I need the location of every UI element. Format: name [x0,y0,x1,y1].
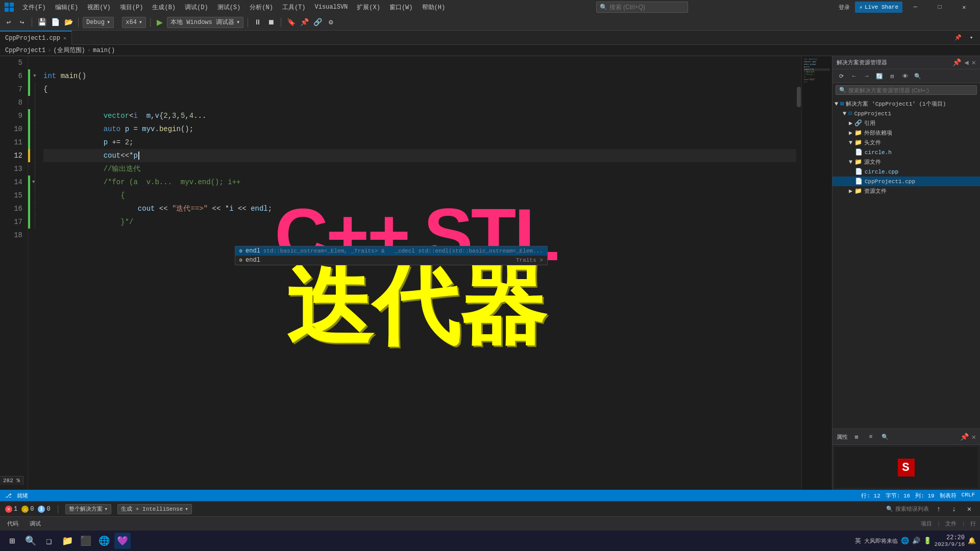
se-show-all-button[interactable]: 👁 [899,70,911,82]
properties-search-icon[interactable]: 🔍 [879,431,891,442]
properties-grid-icon[interactable]: ⊞ [851,431,862,442]
zoom-level[interactable]: 282 % [0,476,23,485]
menu-window[interactable]: 窗口(W) [385,2,417,13]
taskbar-search[interactable]: 🔍 [22,533,39,549]
breadcrumb-project[interactable]: CppProject1 [5,47,45,54]
menu-build[interactable]: 生成(B) [148,2,180,13]
project-node[interactable]: ▼ ⊡ CppProject1 [832,109,980,118]
menu-help[interactable]: 帮助(H) [418,2,450,13]
error-search-box[interactable]: 🔍 搜索错误列表 [886,505,929,513]
breadcrumb-method[interactable]: main() [93,47,115,54]
properties-list-icon[interactable]: ≡ [865,431,876,442]
build-scope-dropdown[interactable]: 整个解决方案 ▾ [65,504,112,514]
minimize-button[interactable]: ─ [903,0,927,14]
se-back-button[interactable]: ← [848,70,860,82]
toolbar-btn4[interactable]: 📌 [299,17,310,28]
close-button[interactable]: ✕ [952,0,976,14]
error-up-button[interactable]: ↑ [933,504,944,515]
new-button[interactable]: 📄 [50,17,61,28]
code-line-11: p += 2; [43,136,796,149]
se-collapse-button[interactable]: ⊟ [887,70,898,82]
platform-dropdown[interactable]: x64 ▾ [122,17,146,28]
run-label-dropdown[interactable]: 本地 Windows 调试器 ▾ [167,17,243,28]
tree-circle-h[interactable]: 📄 circle.h [832,147,980,157]
liveshare-button[interactable]: ⚡ Live Share [855,2,902,13]
run-button[interactable]: ▶ [155,16,165,29]
code-tab[interactable]: 代码 [4,519,21,529]
error-down-button[interactable]: ↓ [948,504,960,515]
tab-close-icon[interactable]: ✕ [63,35,66,41]
autocomplete-item-endl[interactable]: ⚙ endl std::basic_ostream<_Elem, _Traits… [235,246,547,256]
circle-h-label: circle.h [865,149,892,156]
se-sync-button[interactable]: ⟳ [836,70,847,82]
code-content[interactable]: int main() { vector<i m,v{2,3,5,4... aut… [38,56,796,490]
redo-button[interactable]: ↪ [16,17,28,28]
menu-test[interactable]: 测试(S) [213,2,245,13]
debug-tab[interactable]: 调试 [27,519,44,529]
login-button[interactable]: 登录 [835,2,854,13]
undo-button[interactable]: ↩ [3,17,14,28]
build-type-dropdown[interactable]: 生成 + IntelliSense ▾ [117,504,192,514]
taskbar-vs[interactable]: 💜 [114,533,131,549]
properties-close-button[interactable]: ✕ [972,433,976,441]
toolbar-btn1[interactable]: ⏸ [252,17,263,28]
taskbar-terminal[interactable]: ⬛ [78,533,94,549]
code-line-7: { [43,83,796,96]
taskbar-edge[interactable]: 🌐 [96,533,112,549]
panel-pin-button[interactable]: 📌 [952,58,961,67]
toolbar-btn6[interactable]: ⚙ [325,17,336,28]
chevron-down-icon: ▾ [139,18,142,26]
save-button[interactable]: 💾 [36,17,47,28]
menu-project[interactable]: 项目(P) [116,2,148,13]
menu-analyze[interactable]: 分析(N) [246,2,277,13]
tree-source-files[interactable]: ▼ 📁 源文件 [832,157,980,167]
se-refresh-button[interactable]: 🔄 [874,70,885,82]
tree-header-files[interactable]: ▼ 📁 头文件 [832,138,980,147]
tab-options-button[interactable]: ▾ [966,32,977,43]
collapse-line6-icon[interactable]: ▼ [33,73,36,79]
taskbar-start[interactable]: ⊞ [4,533,20,549]
taskbar-taskview[interactable]: ❑ [41,533,57,549]
global-search-input[interactable] [609,4,681,11]
taskbar-explorer[interactable]: 📁 [59,533,76,549]
toolbar-btn3[interactable]: 🔖 [285,17,297,28]
pin-button[interactable]: 📌 [952,32,964,43]
vertical-scrollbar[interactable] [796,56,801,490]
tree-cppproject1-cpp[interactable]: 📄 CppProject1.cpp [832,177,980,186]
maximize-button[interactable]: □ [928,0,951,14]
toolbar-btn5[interactable]: 🔗 [312,17,323,28]
scrollbar-thumb[interactable] [797,87,801,107]
debug-config-dropdown[interactable]: Debug ▾ [83,17,114,28]
menu-tools[interactable]: 工具(T) [278,2,310,13]
menu-edit[interactable]: 编辑(E) [51,2,83,13]
open-button[interactable]: 📂 [63,17,74,28]
minimap: int main(){ vector myv auto p=myv p+=2; … [801,56,832,490]
solution-root[interactable]: ▼ ⊞ 解决方案 'CppProject1' (1个项目) [832,99,980,109]
panel-arrow-button[interactable]: ◀ [964,58,968,67]
menu-view[interactable]: 视图(V) [83,2,115,13]
se-forward-button[interactable]: → [861,70,872,82]
breadcrumb-scope[interactable]: (全局范围) [53,46,85,55]
toolbar-sep4 [248,18,248,27]
tree-external-deps[interactable]: ▶ 📁 外部依赖项 [832,128,980,138]
se-filter-button[interactable]: 🔍 [912,70,923,82]
error-close-button[interactable]: ✕ [964,504,975,515]
autocomplete-item-endl2[interactable]: ⚙ endl Traits > [235,256,547,265]
se-search-input[interactable] [848,87,973,93]
code-editor[interactable]: 5 6 7 8 9 10 11 12 13 14 15 16 17 18 [0,56,832,490]
menu-visualsvn[interactable]: VisualSVN [310,3,352,12]
code-line-10: auto p = myv.begin(); [43,122,796,136]
tab-cppproject1[interactable]: CppProject1.cpp ✕ [0,31,72,45]
tree-references[interactable]: ▶ 🔗 引用 [832,118,980,128]
autocomplete-popup[interactable]: ⚙ endl std::basic_ostream<_Elem, _Traits… [235,246,548,265]
menu-extensions[interactable]: 扩展(X) [353,2,384,13]
global-search-box[interactable]: 🔍 [596,2,688,13]
menu-debug[interactable]: 调试(D) [181,2,212,13]
tree-circle-cpp[interactable]: 📄 circle.cpp [832,167,980,177]
collapse-line14-icon[interactable]: ▼ [32,180,35,185]
tree-resource-files[interactable]: ▶ 📁 资源文件 [832,186,980,196]
menu-file[interactable]: 文件(F) [18,2,50,13]
toolbar-btn2[interactable]: ⏹ [265,17,277,28]
properties-pin-button[interactable]: 📌 [960,433,969,441]
panel-close-button[interactable]: ✕ [972,58,976,67]
